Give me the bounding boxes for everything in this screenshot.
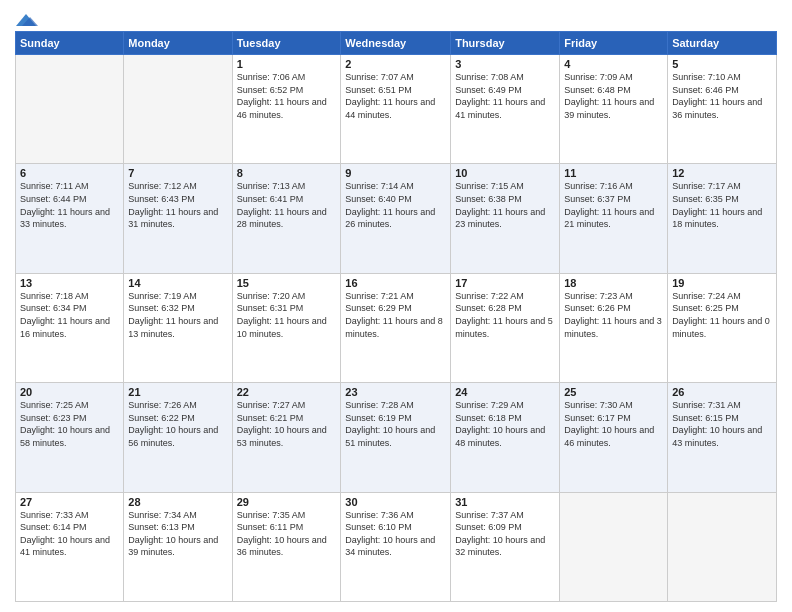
calendar-cell: 1Sunrise: 7:06 AMSunset: 6:52 PMDaylight… xyxy=(232,55,341,164)
day-info: Sunrise: 7:13 AMSunset: 6:41 PMDaylight:… xyxy=(237,180,337,230)
sunrise-text: Sunrise: 7:26 AM xyxy=(128,399,227,412)
sunset-text: Sunset: 6:14 PM xyxy=(20,521,119,534)
day-info: Sunrise: 7:18 AMSunset: 6:34 PMDaylight:… xyxy=(20,290,119,340)
calendar-cell: 19Sunrise: 7:24 AMSunset: 6:25 PMDayligh… xyxy=(668,273,777,382)
day-info: Sunrise: 7:33 AMSunset: 6:14 PMDaylight:… xyxy=(20,509,119,559)
col-header-sunday: Sunday xyxy=(16,32,124,55)
calendar-week-4: 20Sunrise: 7:25 AMSunset: 6:23 PMDayligh… xyxy=(16,383,777,492)
sunset-text: Sunset: 6:43 PM xyxy=(128,193,227,206)
calendar-week-5: 27Sunrise: 7:33 AMSunset: 6:14 PMDayligh… xyxy=(16,492,777,601)
sunset-text: Sunset: 6:35 PM xyxy=(672,193,772,206)
sunset-text: Sunset: 6:23 PM xyxy=(20,412,119,425)
sunset-text: Sunset: 6:38 PM xyxy=(455,193,555,206)
sunrise-text: Sunrise: 7:17 AM xyxy=(672,180,772,193)
sunrise-text: Sunrise: 7:19 AM xyxy=(128,290,227,303)
calendar-cell: 4Sunrise: 7:09 AMSunset: 6:48 PMDaylight… xyxy=(560,55,668,164)
day-info: Sunrise: 7:19 AMSunset: 6:32 PMDaylight:… xyxy=(128,290,227,340)
col-header-monday: Monday xyxy=(124,32,232,55)
day-number: 7 xyxy=(128,167,227,179)
day-info: Sunrise: 7:14 AMSunset: 6:40 PMDaylight:… xyxy=(345,180,446,230)
day-number: 30 xyxy=(345,496,446,508)
day-number: 15 xyxy=(237,277,337,289)
day-info: Sunrise: 7:06 AMSunset: 6:52 PMDaylight:… xyxy=(237,71,337,121)
sunset-text: Sunset: 6:22 PM xyxy=(128,412,227,425)
calendar-cell: 10Sunrise: 7:15 AMSunset: 6:38 PMDayligh… xyxy=(451,164,560,273)
day-info: Sunrise: 7:36 AMSunset: 6:10 PMDaylight:… xyxy=(345,509,446,559)
sunset-text: Sunset: 6:49 PM xyxy=(455,84,555,97)
sunrise-text: Sunrise: 7:37 AM xyxy=(455,509,555,522)
day-info: Sunrise: 7:29 AMSunset: 6:18 PMDaylight:… xyxy=(455,399,555,449)
day-info: Sunrise: 7:23 AMSunset: 6:26 PMDaylight:… xyxy=(564,290,663,340)
day-info: Sunrise: 7:17 AMSunset: 6:35 PMDaylight:… xyxy=(672,180,772,230)
sunrise-text: Sunrise: 7:07 AM xyxy=(345,71,446,84)
day-number: 10 xyxy=(455,167,555,179)
calendar-cell: 21Sunrise: 7:26 AMSunset: 6:22 PMDayligh… xyxy=(124,383,232,492)
daylight-text: Daylight: 11 hours and 39 minutes. xyxy=(564,96,663,121)
calendar-cell xyxy=(16,55,124,164)
daylight-text: Daylight: 11 hours and 26 minutes. xyxy=(345,206,446,231)
sunrise-text: Sunrise: 7:13 AM xyxy=(237,180,337,193)
sunset-text: Sunset: 6:15 PM xyxy=(672,412,772,425)
sunrise-text: Sunrise: 7:31 AM xyxy=(672,399,772,412)
sunrise-text: Sunrise: 7:35 AM xyxy=(237,509,337,522)
sunrise-text: Sunrise: 7:36 AM xyxy=(345,509,446,522)
col-header-thursday: Thursday xyxy=(451,32,560,55)
day-number: 21 xyxy=(128,386,227,398)
daylight-text: Daylight: 10 hours and 39 minutes. xyxy=(128,534,227,559)
day-info: Sunrise: 7:21 AMSunset: 6:29 PMDaylight:… xyxy=(345,290,446,340)
day-info: Sunrise: 7:25 AMSunset: 6:23 PMDaylight:… xyxy=(20,399,119,449)
day-info: Sunrise: 7:20 AMSunset: 6:31 PMDaylight:… xyxy=(237,290,337,340)
calendar-cell: 6Sunrise: 7:11 AMSunset: 6:44 PMDaylight… xyxy=(16,164,124,273)
calendar-cell: 11Sunrise: 7:16 AMSunset: 6:37 PMDayligh… xyxy=(560,164,668,273)
day-number: 2 xyxy=(345,58,446,70)
calendar-cell: 23Sunrise: 7:28 AMSunset: 6:19 PMDayligh… xyxy=(341,383,451,492)
day-info: Sunrise: 7:09 AMSunset: 6:48 PMDaylight:… xyxy=(564,71,663,121)
day-number: 25 xyxy=(564,386,663,398)
day-info: Sunrise: 7:22 AMSunset: 6:28 PMDaylight:… xyxy=(455,290,555,340)
calendar-cell: 9Sunrise: 7:14 AMSunset: 6:40 PMDaylight… xyxy=(341,164,451,273)
sunset-text: Sunset: 6:10 PM xyxy=(345,521,446,534)
calendar-cell: 5Sunrise: 7:10 AMSunset: 6:46 PMDaylight… xyxy=(668,55,777,164)
sunset-text: Sunset: 6:32 PM xyxy=(128,302,227,315)
sunrise-text: Sunrise: 7:11 AM xyxy=(20,180,119,193)
calendar-week-1: 1Sunrise: 7:06 AMSunset: 6:52 PMDaylight… xyxy=(16,55,777,164)
sunset-text: Sunset: 6:44 PM xyxy=(20,193,119,206)
daylight-text: Daylight: 10 hours and 48 minutes. xyxy=(455,424,555,449)
logo-icon xyxy=(16,12,38,28)
day-info: Sunrise: 7:10 AMSunset: 6:46 PMDaylight:… xyxy=(672,71,772,121)
day-number: 9 xyxy=(345,167,446,179)
sunset-text: Sunset: 6:51 PM xyxy=(345,84,446,97)
sunrise-text: Sunrise: 7:20 AM xyxy=(237,290,337,303)
day-number: 22 xyxy=(237,386,337,398)
calendar-page: SundayMondayTuesdayWednesdayThursdayFrid… xyxy=(0,0,792,612)
calendar-cell: 18Sunrise: 7:23 AMSunset: 6:26 PMDayligh… xyxy=(560,273,668,382)
day-number: 14 xyxy=(128,277,227,289)
daylight-text: Daylight: 11 hours and 5 minutes. xyxy=(455,315,555,340)
sunrise-text: Sunrise: 7:18 AM xyxy=(20,290,119,303)
calendar-cell xyxy=(560,492,668,601)
sunrise-text: Sunrise: 7:33 AM xyxy=(20,509,119,522)
calendar-cell xyxy=(668,492,777,601)
daylight-text: Daylight: 11 hours and 41 minutes. xyxy=(455,96,555,121)
day-info: Sunrise: 7:27 AMSunset: 6:21 PMDaylight:… xyxy=(237,399,337,449)
day-number: 31 xyxy=(455,496,555,508)
daylight-text: Daylight: 11 hours and 28 minutes. xyxy=(237,206,337,231)
calendar-cell: 2Sunrise: 7:07 AMSunset: 6:51 PMDaylight… xyxy=(341,55,451,164)
day-number: 29 xyxy=(237,496,337,508)
calendar-cell: 26Sunrise: 7:31 AMSunset: 6:15 PMDayligh… xyxy=(668,383,777,492)
sunset-text: Sunset: 6:25 PM xyxy=(672,302,772,315)
sunrise-text: Sunrise: 7:08 AM xyxy=(455,71,555,84)
sunrise-text: Sunrise: 7:34 AM xyxy=(128,509,227,522)
day-number: 23 xyxy=(345,386,446,398)
daylight-text: Daylight: 11 hours and 10 minutes. xyxy=(237,315,337,340)
sunrise-text: Sunrise: 7:23 AM xyxy=(564,290,663,303)
col-header-wednesday: Wednesday xyxy=(341,32,451,55)
daylight-text: Daylight: 11 hours and 18 minutes. xyxy=(672,206,772,231)
sunset-text: Sunset: 6:48 PM xyxy=(564,84,663,97)
daylight-text: Daylight: 11 hours and 44 minutes. xyxy=(345,96,446,121)
sunrise-text: Sunrise: 7:10 AM xyxy=(672,71,772,84)
calendar-cell xyxy=(124,55,232,164)
sunset-text: Sunset: 6:34 PM xyxy=(20,302,119,315)
col-header-friday: Friday xyxy=(560,32,668,55)
sunrise-text: Sunrise: 7:12 AM xyxy=(128,180,227,193)
